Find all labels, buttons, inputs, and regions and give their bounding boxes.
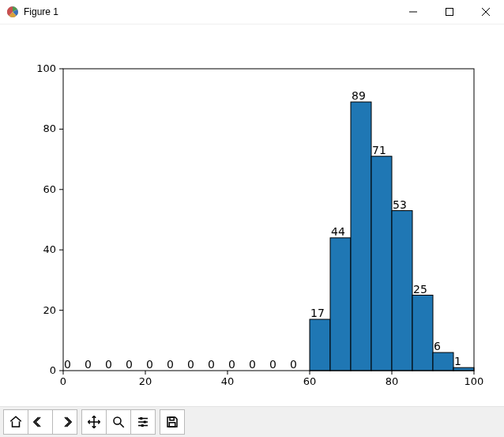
bar-label: 0	[167, 358, 174, 371]
close-button[interactable]	[468, 0, 504, 24]
bar-label: 71	[372, 144, 386, 156]
bar-label: 0	[126, 358, 133, 371]
pan-icon	[87, 415, 101, 429]
ytick-label: 80	[43, 122, 56, 134]
bar	[433, 352, 453, 371]
zoom-button[interactable]	[106, 409, 131, 435]
bar-label: 17	[310, 307, 325, 319]
home-icon	[9, 415, 23, 429]
bar	[371, 156, 392, 371]
app-icon	[6, 6, 19, 18]
svg-rect-10	[140, 417, 142, 420]
minimize-button[interactable]	[395, 0, 431, 24]
configure-subplots-button[interactable]	[130, 409, 156, 435]
maximize-icon	[446, 8, 453, 16]
bar	[330, 238, 351, 371]
ytick-label: 40	[43, 243, 56, 255]
svg-rect-12	[141, 424, 144, 427]
bar-label: 0	[64, 358, 71, 371]
ytick-label: 0	[50, 364, 56, 376]
svg-rect-13	[170, 417, 174, 420]
bar-label: 0	[290, 358, 297, 371]
bar-label: 53	[393, 198, 407, 211]
xtick-label: 20	[139, 375, 152, 387]
bar-label: 1	[454, 355, 461, 367]
save-icon	[165, 415, 179, 429]
bar-label: 0	[228, 358, 235, 371]
xtick-label: 0	[60, 375, 66, 387]
back-button[interactable]	[28, 409, 53, 435]
xtick-label: 100	[465, 375, 484, 387]
forward-icon	[58, 415, 72, 429]
figure-window: Figure 1 0204060801000204060801000000000…	[0, 0, 504, 437]
home-button[interactable]	[3, 409, 28, 435]
zoom-icon	[111, 415, 126, 429]
bar-label: 0	[208, 358, 215, 371]
chart-svg: 0204060801000204060801000000000000001744…	[0, 24, 504, 408]
titlebar: Figure 1	[0, 0, 504, 24]
bar-label: 25	[413, 283, 427, 296]
bar	[351, 102, 371, 371]
mpl-toolbar	[0, 406, 504, 437]
bar-label: 44	[331, 225, 345, 238]
svg-rect-2	[446, 9, 453, 16]
svg-line-6	[120, 424, 124, 428]
save-button[interactable]	[160, 409, 185, 435]
bar-label: 0	[249, 358, 256, 371]
bar-label: 89	[352, 89, 366, 102]
xtick-label: 40	[221, 375, 235, 387]
bar-label: 0	[105, 358, 112, 371]
configure-icon	[136, 415, 150, 429]
bar	[412, 296, 433, 371]
figure-canvas[interactable]: 0204060801000204060801000000000000001744…	[0, 24, 504, 406]
svg-rect-11	[144, 421, 146, 424]
bar-label: 0	[269, 358, 276, 371]
ytick-label: 100	[36, 62, 56, 74]
back-icon	[33, 415, 47, 429]
bar	[392, 211, 412, 371]
ytick-label: 60	[43, 183, 56, 195]
xtick-label: 60	[303, 375, 317, 387]
svg-rect-14	[169, 423, 175, 427]
bar	[453, 367, 474, 371]
forward-button[interactable]	[52, 409, 77, 435]
minimize-icon	[409, 8, 417, 16]
ytick-label: 20	[43, 304, 56, 316]
bar-label: 6	[434, 340, 441, 352]
xtick-label: 80	[386, 375, 399, 387]
window-title: Figure 1	[24, 6, 58, 17]
bar-label: 0	[85, 358, 92, 371]
svg-point-5	[114, 417, 121, 424]
maximize-button[interactable]	[431, 0, 468, 24]
close-icon	[482, 8, 490, 16]
bar-label: 0	[187, 358, 194, 371]
pan-button[interactable]	[81, 409, 107, 435]
bar-label: 0	[146, 358, 153, 371]
bar	[310, 319, 330, 371]
